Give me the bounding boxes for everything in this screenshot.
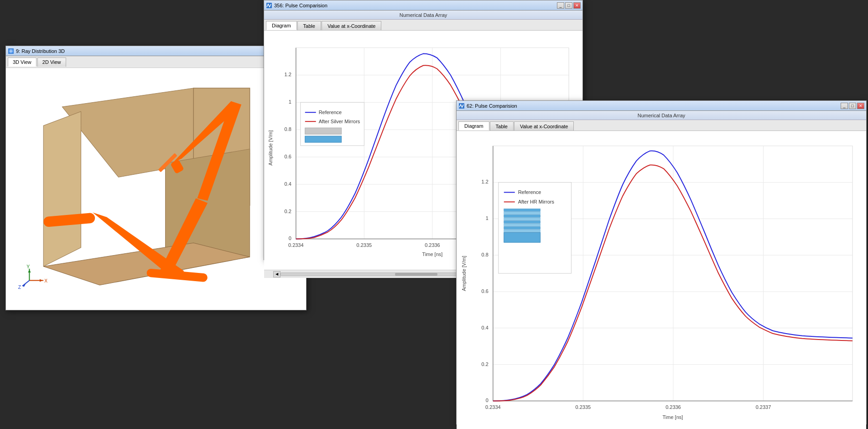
svg-rect-104 [504,224,541,226]
svg-text:1: 1 [486,215,489,221]
svg-text:0.2335: 0.2335 [357,242,372,248]
pulse1-titlebar[interactable]: 356: Pulse Comparision _ □ ✕ [264,0,582,10]
pulse-comparison-window-2: 62: Pulse Comparision _ □ ✕ Numerical Da… [456,100,867,424]
pulse2-tabs-bar: Diagram Table Value at x-Coordinate [457,120,866,131]
ray-window-icon [8,48,14,54]
svg-text:1.2: 1.2 [482,179,489,184]
svg-rect-99 [504,209,541,211]
pulse2-tab-value[interactable]: Value at x-Coordinate [514,121,574,131]
pulse2-minimize-btn[interactable]: _ [841,103,848,109]
ray-3d-canvas: X Y Z [6,68,306,310]
pulse1-numerical-header: Numerical Data Array [264,10,582,20]
svg-rect-63 [305,136,342,142]
svg-text:After HR Mirrors: After HR Mirrors [518,199,555,204]
svg-rect-107 [504,232,541,242]
svg-rect-101 [504,214,541,217]
svg-text:0.2337: 0.2337 [756,404,771,410]
pulse1-scroll-thumb[interactable] [395,273,438,276]
svg-text:0.2336: 0.2336 [665,404,681,410]
svg-text:0.4: 0.4 [285,181,291,187]
svg-text:Amplitude [V/m]: Amplitude [V/m] [268,130,273,165]
pulse1-tabs-bar: Diagram Table Value at x-Coordinate [264,20,582,31]
svg-text:Amplitude [V/m]: Amplitude [V/m] [461,256,467,291]
svg-text:1: 1 [289,99,291,105]
svg-text:0: 0 [289,235,291,241]
svg-text:0.2: 0.2 [482,361,489,367]
svg-text:0.2334: 0.2334 [288,242,304,248]
svg-rect-102 [504,218,541,220]
pulse2-close-btn[interactable]: ✕ [857,103,864,109]
pulse1-maximize-btn[interactable]: □ [565,2,572,9]
svg-text:0: 0 [486,398,489,403]
ray-window-title: 9: Ray Distribution 3D [16,48,279,54]
pulse2-tab-table[interactable]: Table [490,121,514,131]
svg-text:1.2: 1.2 [285,72,291,77]
svg-rect-106 [504,230,541,232]
svg-text:After Silver Mirrors: After Silver Mirrors [319,119,360,124]
svg-text:Time [ns]: Time [ns] [663,414,683,420]
svg-text:0.4: 0.4 [482,325,489,330]
ray-toolbar: 3D View 2D View [6,56,306,68]
svg-text:0.2336: 0.2336 [425,242,440,248]
svg-text:0.2335: 0.2335 [576,404,591,410]
pulse1-scroll-left[interactable]: ◀ [273,271,281,277]
pulse1-tab-diagram[interactable]: Diagram [266,21,297,30]
svg-text:X: X [44,278,47,283]
svg-text:0.2334: 0.2334 [485,404,501,410]
tab-3d-view[interactable]: 3D View [8,58,36,67]
svg-text:Z: Z [18,285,21,290]
svg-text:Time [ns]: Time [ns] [422,251,443,257]
svg-text:Y: Y [26,264,30,269]
svg-rect-105 [504,226,541,229]
pulse2-window-controls: _ □ ✕ [841,103,864,109]
svg-rect-103 [504,220,541,223]
ray-3d-svg: X Y Z [6,68,306,310]
pulse2-window-title: 62: Pulse Comparision [467,103,839,109]
svg-text:0.2: 0.2 [285,209,291,214]
pulse2-tab-diagram[interactable]: Diagram [458,121,489,131]
svg-marker-6 [43,111,81,266]
pulse2-maximize-btn[interactable]: □ [849,103,856,109]
svg-text:0.8: 0.8 [482,252,489,257]
pulse2-chart-svg: 0 0.2 0.4 0.6 0.8 1 1.2 Amplitude [V/m] … [457,131,866,429]
pulse1-tab-table[interactable]: Table [297,21,321,30]
svg-text:0.6: 0.6 [285,154,291,159]
svg-text:0.8: 0.8 [285,126,291,132]
ray-distribution-window: 9: Ray Distribution 3D _ □ ✕ 3D View 2D … [5,46,307,310]
svg-text:Reference: Reference [319,110,342,115]
svg-text:Reference: Reference [518,189,541,195]
pulse1-window-title: 356: Pulse Comparision [274,3,555,8]
pulse1-tab-value[interactable]: Value at x-Coordinate [322,21,382,30]
pulse2-titlebar[interactable]: 62: Pulse Comparision _ □ ✕ [457,101,866,111]
svg-text:0.6: 0.6 [482,288,489,294]
pulse2-window-icon [458,103,465,109]
pulse2-numerical-header: Numerical Data Array [457,111,866,120]
ray-window-titlebar[interactable]: 9: Ray Distribution 3D _ □ ✕ [6,46,306,56]
tab-2d-view[interactable]: 2D View [37,58,66,67]
svg-rect-62 [305,128,342,134]
pulse1-window-icon [266,2,272,9]
svg-rect-100 [504,212,541,214]
pulse1-minimize-btn[interactable]: _ [557,2,564,9]
pulse1-window-controls: _ □ ✕ [557,2,581,9]
pulse1-close-btn[interactable]: ✕ [573,2,581,9]
pulse2-chart-container: 0 0.2 0.4 0.6 0.8 1 1.2 Amplitude [V/m] … [457,131,866,429]
